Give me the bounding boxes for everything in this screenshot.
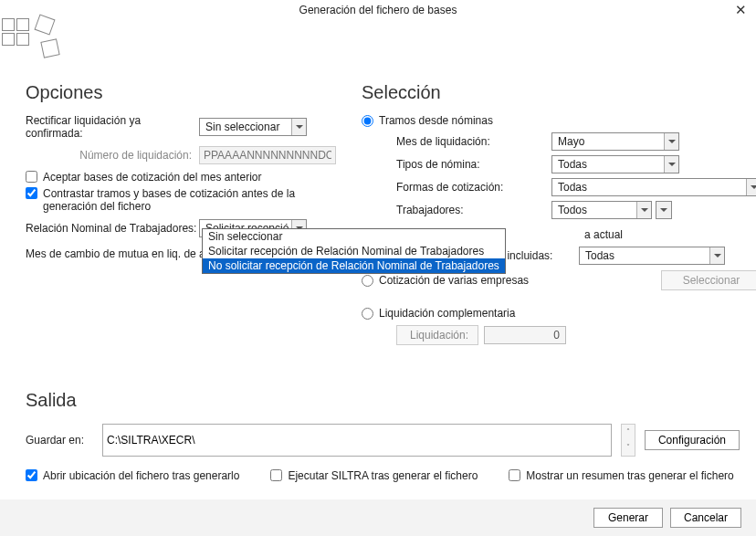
- mes-liq-select[interactable]: Mayo: [551, 132, 679, 151]
- contrastar-label: Contrastar tramos y bases de cotización …: [43, 187, 317, 213]
- scroll-up-icon[interactable]: ˄: [622, 425, 635, 440]
- aceptar-bases-checkbox[interactable]: [26, 171, 37, 183]
- chevron-down-icon[interactable]: [636, 202, 651, 218]
- chevron-down-icon[interactable]: [291, 119, 306, 135]
- seleccion-heading: Selección: [362, 82, 756, 103]
- trabajadores-extra-select[interactable]: [656, 201, 672, 219]
- trabajadores-label: Trabajadores:: [396, 204, 551, 216]
- rnt-option-1[interactable]: Solicitar recepción de Relación Nominal …: [203, 244, 505, 258]
- trabajadores-select[interactable]: Todos: [551, 201, 652, 219]
- mes-liq-label: Mes de liquidación:: [396, 135, 551, 148]
- varias-empresas-label: Cotización de varias empresas: [379, 274, 529, 287]
- tramos-nominas-radio[interactable]: [362, 115, 373, 127]
- ejecutar-siltra-checkbox[interactable]: [270, 469, 282, 481]
- tipos-nomina-value: Todas: [552, 156, 664, 173]
- chevron-down-icon[interactable]: [709, 247, 724, 264]
- generar-button[interactable]: Generar: [593, 508, 663, 528]
- close-icon[interactable]: ✕: [735, 2, 747, 18]
- guardar-input[interactable]: [102, 424, 612, 457]
- contrastar-checkbox[interactable]: [26, 187, 37, 199]
- cancelar-button[interactable]: Cancelar: [670, 508, 741, 528]
- rnt-label: Relación Nominal de Trabajadores:: [26, 222, 199, 235]
- tramos-nominas-label: Tramos desde nóminas: [379, 114, 493, 127]
- empresa-actual-label-tail: a actual: [584, 228, 623, 241]
- liq-complementaria-radio[interactable]: [362, 308, 373, 320]
- abrir-ubicacion-checkbox[interactable]: [26, 469, 37, 481]
- configuracion-button[interactable]: Configuración: [645, 430, 740, 450]
- formas-cot-select[interactable]: Todas: [551, 178, 756, 196]
- window-title: Generación del fichero de bases: [299, 4, 457, 16]
- rectificar-select-value: Sin seleccionar: [200, 119, 291, 135]
- seleccionar-button: Seleccionar: [661, 270, 756, 290]
- trabajadores-value: Todos: [552, 202, 636, 218]
- guardar-label: Guardar en:: [26, 434, 93, 447]
- app-logo: [0, 16, 66, 69]
- dialog-button-bar: Generar Cancelar: [0, 499, 756, 536]
- chevron-down-icon[interactable]: [746, 179, 756, 195]
- rnt-option-0[interactable]: Sin seleccionar: [203, 229, 505, 244]
- liquidacion-button: Liquidación:: [396, 325, 478, 345]
- rectificar-select[interactable]: Sin seleccionar: [199, 118, 307, 136]
- cuentas-value: Todas: [580, 247, 709, 264]
- abrir-ubicacion-label: Abrir ubicación del fichero tras generar…: [43, 469, 239, 482]
- chevron-down-icon[interactable]: [664, 133, 678, 150]
- chevron-down-icon[interactable]: [656, 202, 671, 218]
- scroll-down-icon[interactable]: ˅: [622, 440, 635, 456]
- rnt-option-2[interactable]: No solicitar recepción de Relación Nomin…: [203, 258, 505, 273]
- mostrar-resumen-row[interactable]: Mostrar un resumen tras generar el fiche…: [509, 469, 733, 482]
- abrir-ubicacion-row[interactable]: Abrir ubicación del fichero tras generar…: [26, 469, 239, 482]
- liq-complementaria-label: Liquidación complementaria: [379, 307, 515, 320]
- chevron-down-icon[interactable]: [664, 156, 678, 173]
- aceptar-bases-label: Aceptar bases de cotización del mes ante…: [43, 171, 261, 184]
- ejecutar-siltra-row[interactable]: Ejecutar SILTRA tras generar el fichero: [270, 469, 478, 482]
- liquidacion-value: 0: [484, 326, 566, 344]
- tipos-nomina-select[interactable]: Todas: [551, 155, 679, 173]
- formas-cot-value: Todas: [552, 179, 746, 195]
- varias-empresas-radio[interactable]: [362, 275, 373, 287]
- mes-liq-value: Mayo: [552, 133, 664, 150]
- rectificar-label: Rectificar liquidación ya confirmada:: [26, 114, 199, 140]
- num-liq-label: Número de liquidación:: [26, 149, 199, 162]
- tipos-nomina-label: Tipos de nómina:: [396, 158, 551, 171]
- opciones-heading: Opciones: [26, 82, 336, 103]
- formas-cot-label: Formas de cotización:: [396, 181, 551, 194]
- path-scroll[interactable]: ˄ ˅: [621, 424, 635, 457]
- ejecutar-siltra-label: Ejecutar SILTRA tras generar el fichero: [288, 469, 478, 482]
- salida-heading: Salida: [26, 390, 740, 411]
- mostrar-resumen-label: Mostrar un resumen tras generar el fiche…: [526, 469, 733, 482]
- rnt-dropdown-list[interactable]: Sin seleccionar Solicitar recepción de R…: [202, 228, 506, 274]
- cuentas-select[interactable]: Todas: [579, 247, 725, 265]
- mostrar-resumen-checkbox[interactable]: [509, 469, 520, 481]
- num-liq-input: [199, 146, 336, 164]
